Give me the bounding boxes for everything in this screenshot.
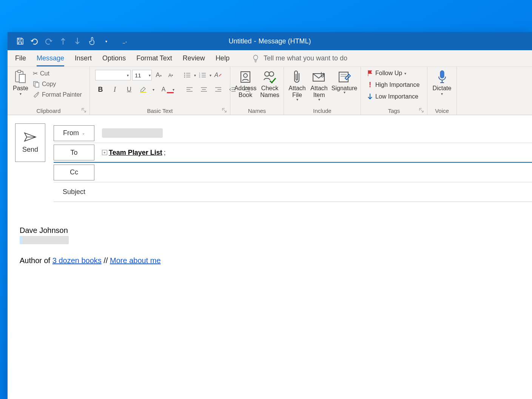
- tab-help[interactable]: Help: [216, 50, 230, 66]
- high-importance-button[interactable]: !High Importance: [365, 80, 421, 90]
- next-item-icon[interactable]: [73, 37, 82, 45]
- quick-access-toolbar: ▾ ⎯▾: [8, 37, 129, 45]
- numbering-button[interactable]: 123: [197, 70, 208, 80]
- attach-item-icon: [312, 69, 326, 85]
- group-label-names: Names: [233, 107, 281, 115]
- tab-file[interactable]: File: [15, 50, 26, 66]
- tab-review[interactable]: Review: [183, 50, 205, 66]
- exclaim-icon: !: [367, 80, 373, 89]
- group-basic-text: ▾ 11▾ A▴ A▾ ▾ 123▾ A B I U ▾ A▾: [90, 67, 230, 115]
- paperclip-icon: [292, 69, 302, 85]
- subject-label: Subject: [54, 188, 94, 196]
- prev-item-icon[interactable]: [59, 37, 67, 45]
- chevron-down-icon: ▾: [441, 92, 443, 96]
- font-color-button[interactable]: A: [158, 84, 169, 95]
- save-icon[interactable]: [16, 37, 24, 45]
- tell-me-search[interactable]: Tell me what you want to do: [251, 54, 347, 63]
- follow-up-button[interactable]: Follow Up▾: [365, 69, 421, 77]
- clear-formatting-button[interactable]: A: [213, 70, 224, 80]
- down-arrow-icon: [367, 93, 373, 100]
- attach-item-button[interactable]: Attach Item ▾: [308, 68, 330, 102]
- signature-line-links: Author of 3 dozen books // More about me: [20, 255, 532, 266]
- align-left-button[interactable]: [184, 84, 195, 95]
- tab-message[interactable]: Message: [37, 50, 64, 66]
- cut-button[interactable]: ✂Cut: [31, 69, 83, 78]
- svg-point-34: [244, 74, 247, 77]
- books-link[interactable]: 3 dozen books: [52, 256, 102, 265]
- compose-area: Send From⌄ xxxxxxxxxxxxxxxxx To + Team P…: [8, 115, 532, 266]
- svg-point-5: [184, 73, 185, 74]
- dialog-launcher-icon[interactable]: [419, 108, 424, 113]
- cc-button[interactable]: Cc: [54, 165, 94, 180]
- expand-icon[interactable]: +: [102, 150, 107, 155]
- titlebar: ▾ ⎯▾ Untitled - Message (HTML): [8, 32, 532, 50]
- redo-icon[interactable]: [45, 37, 53, 45]
- signature-name: Dave Johnson: [20, 225, 532, 236]
- svg-rect-2: [19, 74, 25, 83]
- tab-insert[interactable]: Insert: [75, 50, 92, 66]
- svg-rect-4: [35, 83, 39, 87]
- recipient-suffix: ;: [164, 149, 166, 157]
- chevron-down-icon: ▾: [318, 97, 320, 102]
- from-field[interactable]: xxxxxxxxxxxxxxxxx: [102, 128, 532, 138]
- group-names: Address Book Check Names Names: [230, 67, 284, 115]
- undo-icon[interactable]: [30, 37, 39, 45]
- touch-mode-icon[interactable]: [88, 37, 96, 45]
- attach-file-label: Attach File: [288, 85, 305, 99]
- from-button[interactable]: From⌄: [54, 125, 94, 141]
- chevron-down-icon: ▾: [344, 90, 345, 94]
- send-icon: [24, 132, 37, 142]
- underline-button[interactable]: U: [124, 84, 134, 95]
- tab-options[interactable]: Options: [102, 50, 126, 66]
- lightbulb-icon: [251, 54, 260, 63]
- dialog-launcher-icon[interactable]: [222, 108, 227, 113]
- send-button[interactable]: Send: [15, 123, 45, 162]
- svg-point-35: [265, 72, 269, 76]
- grow-font-button[interactable]: A▴: [153, 70, 164, 80]
- to-label: To: [70, 149, 77, 157]
- highlight-button[interactable]: [138, 84, 149, 95]
- signature-button[interactable]: Signature ▾: [330, 68, 359, 94]
- address-book-button[interactable]: Address Book: [233, 68, 258, 99]
- check-names-button[interactable]: Check Names: [258, 68, 281, 99]
- message-body[interactable]: Dave Johnson Author of 3 dozen books // …: [15, 202, 532, 266]
- paste-button[interactable]: Paste ▾: [10, 68, 31, 96]
- font-size-dropdown[interactable]: 11▾: [132, 70, 152, 80]
- check-names-label: Check Names: [260, 85, 279, 99]
- group-tags: Follow Up▾ !High Importance Low Importan…: [361, 67, 427, 115]
- align-right-button[interactable]: [213, 84, 224, 95]
- font-name-dropdown[interactable]: ▾: [95, 70, 131, 80]
- copy-label: Copy: [42, 81, 56, 88]
- dictate-button[interactable]: Dictate ▾: [430, 68, 454, 96]
- copy-button[interactable]: Copy: [31, 80, 83, 88]
- to-field[interactable]: + Team Player List;: [102, 149, 532, 157]
- shrink-font-button[interactable]: A▾: [165, 70, 176, 80]
- bold-button[interactable]: B: [95, 84, 106, 95]
- group-include: Attach File ▾ Attach Item ▾ Signature ▾ …: [284, 67, 361, 115]
- about-link[interactable]: More about me: [110, 256, 161, 265]
- recipient-chip[interactable]: + Team Player List;: [102, 149, 166, 157]
- align-center-button[interactable]: [199, 84, 209, 95]
- scissors-icon: ✂: [33, 70, 38, 77]
- customize-qa-icon[interactable]: ⎯▾: [121, 37, 129, 45]
- high-label: High Importance: [375, 82, 419, 88]
- group-label-tags: Tags: [363, 107, 425, 115]
- attach-file-button[interactable]: Attach File ▾: [286, 68, 308, 102]
- address-book-icon: [239, 69, 252, 85]
- send-label: Send: [22, 146, 38, 154]
- ribbon-tabs: File Message Insert Options Format Text …: [8, 50, 532, 67]
- to-button[interactable]: To: [54, 145, 94, 160]
- bullets-button[interactable]: [182, 70, 193, 80]
- group-clipboard: Paste ▾ ✂Cut Copy Format Painter Clipboa…: [8, 67, 90, 115]
- italic-button[interactable]: I: [109, 84, 120, 95]
- chevron-down-icon[interactable]: ▾: [102, 37, 110, 45]
- window-title: Untitled - Message (HTML): [228, 37, 311, 45]
- tab-format-text[interactable]: Format Text: [136, 50, 172, 66]
- title-suffix: Message (HTML): [259, 37, 311, 45]
- microphone-icon: [437, 69, 447, 85]
- low-importance-button[interactable]: Low Importance: [365, 92, 421, 101]
- format-painter-button[interactable]: Format Painter: [31, 91, 83, 99]
- dialog-launcher-icon[interactable]: [81, 108, 86, 113]
- check-names-icon: [262, 69, 278, 85]
- cut-label: Cut: [40, 70, 49, 77]
